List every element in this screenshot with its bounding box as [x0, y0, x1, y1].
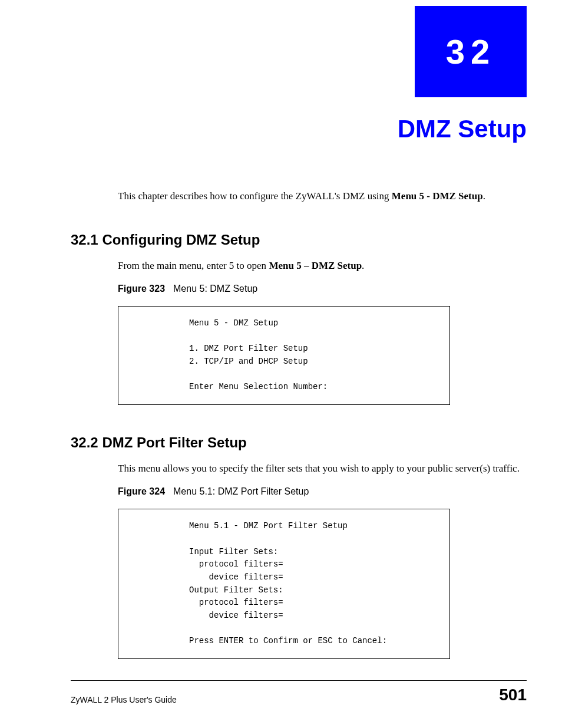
figure-324-num: Figure 324 [118, 486, 165, 496]
intro-text-before: This chapter describes how to configure … [118, 190, 392, 202]
section1-para-bold: Menu 5 – DMZ Setup [269, 260, 362, 271]
figure-323-code: Menu 5 - DMZ Setup 1. DMZ Port Filter Se… [118, 306, 450, 405]
section-heading-32-2: 32.2 DMZ Port Filter Setup [71, 434, 527, 451]
section1-para-after: . [362, 260, 364, 271]
chapter-number-badge: 32 [415, 6, 527, 97]
section1-para-before: From the main menu, enter 5 to open [118, 260, 269, 271]
chapter-number: 32 [446, 32, 496, 71]
figure-323-num: Figure 323 [118, 284, 165, 294]
intro-text-after: . [483, 190, 485, 202]
chapter-title: DMZ Setup [71, 115, 527, 143]
footer-guide-title: ZyWALL 2 Plus User's Guide [71, 695, 177, 704]
footer-page-number: 501 [499, 686, 527, 704]
figure-324-title: Menu 5.1: DMZ Port Filter Setup [173, 486, 309, 496]
figure-323-caption: Figure 323Menu 5: DMZ Setup [118, 284, 527, 294]
page-footer: ZyWALL 2 Plus User's Guide 501 [71, 680, 527, 704]
section2-para: This menu allows you to specify the filt… [118, 463, 527, 475]
figure-323-title: Menu 5: DMZ Setup [173, 284, 257, 294]
section-heading-32-1: 32.1 Configuring DMZ Setup [71, 232, 527, 248]
figure-324-caption: Figure 324Menu 5.1: DMZ Port Filter Setu… [118, 486, 527, 497]
chapter-intro: This chapter describes how to configure … [118, 190, 527, 202]
figure-324-code: Menu 5.1 - DMZ Port Filter Setup Input F… [118, 509, 450, 659]
intro-bold: Menu 5 - DMZ Setup [392, 190, 483, 202]
section1-para: From the main menu, enter 5 to open Menu… [118, 260, 527, 272]
